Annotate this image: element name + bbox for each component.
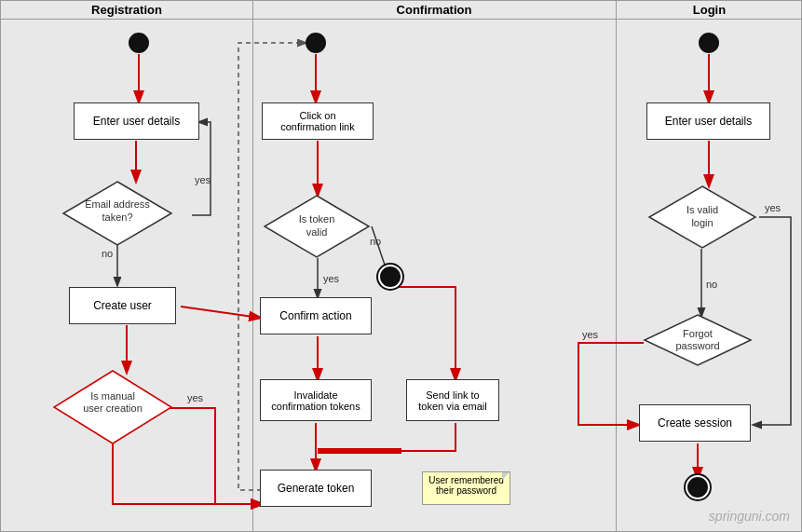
reg-manual-diamond: Is manual user creation (52, 369, 173, 445)
login-valid-diamond: Is valid login (647, 184, 757, 250)
col-confirmation: Confirmation (252, 1, 616, 20)
svg-text:yes: yes (582, 329, 599, 340)
reg-email-diamond: Email address taken? (61, 180, 173, 247)
svg-text:Is token: Is token (299, 213, 335, 225)
reg-start (129, 33, 149, 53)
svg-text:Is manual: Is manual (90, 390, 135, 402)
svg-text:Forgot: Forgot (683, 328, 713, 339)
svg-text:yes: yes (187, 392, 204, 403)
svg-text:no: no (706, 279, 717, 290)
svg-line-24 (181, 307, 260, 318)
arrows-svg: no yes yes yes no (1, 1, 802, 532)
svg-text:no: no (102, 248, 113, 259)
svg-text:Email address: Email address (85, 198, 150, 210)
svg-text:password: password (675, 340, 719, 351)
login-start (699, 33, 719, 53)
diagram: Registration Confirmation Login no (0, 0, 802, 532)
col-login: Login (616, 1, 802, 20)
login-create-session: Create session (639, 404, 751, 442)
svg-text:Is valid: Is valid (686, 204, 718, 215)
svg-text:login: login (691, 217, 713, 228)
conf-start (306, 33, 326, 53)
svg-text:no: no (370, 236, 381, 247)
svg-text:taken?: taken? (102, 211, 132, 223)
conf-confirm-action: Confirm action (260, 297, 372, 334)
conf-generate: Generate token (260, 470, 372, 507)
conf-invalidate: Invalidate confirmation tokens (260, 379, 372, 421)
reg-enter-details: Enter user details (74, 102, 199, 140)
conf-sendlink: Send link to token via email (406, 379, 499, 421)
reg-create-user: Create user (69, 287, 176, 324)
svg-text:user creation: user creation (83, 402, 143, 414)
login-enter-details: Enter user details (646, 102, 770, 140)
divider-2 (616, 1, 617, 531)
note-user-remembered: User rememberedtheir password (422, 471, 510, 505)
svg-text:yes: yes (765, 202, 782, 213)
conf-junction (380, 266, 401, 287)
svg-text:yes: yes (323, 273, 340, 284)
conf-click-link: Click on confirmation link (262, 102, 374, 140)
login-end (687, 477, 708, 498)
divider-1 (252, 1, 253, 531)
col-registration: Registration (1, 1, 252, 20)
svg-text:yes: yes (195, 174, 211, 185)
conf-token-diamond: Is token valid (264, 194, 371, 259)
login-forgot-diamond: Forgot password (643, 313, 753, 367)
svg-text:valid: valid (306, 226, 328, 238)
watermark: springuni.com (709, 509, 790, 524)
